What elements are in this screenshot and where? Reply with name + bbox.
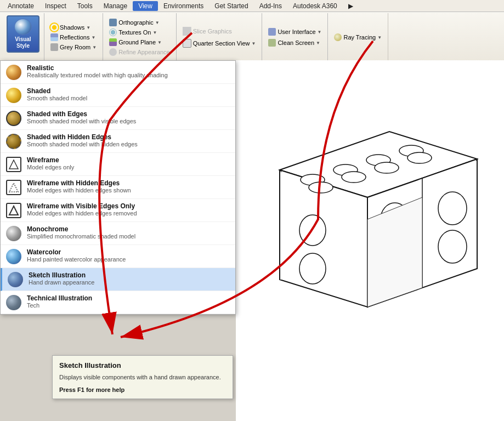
ground-plane-row[interactable]: Ground Plane ▼ bbox=[107, 38, 172, 47]
shaded-desc: Smooth shaded model bbox=[27, 95, 230, 101]
shadows-row[interactable]: Shadows ▼ bbox=[49, 23, 98, 32]
svg-marker-3 bbox=[9, 206, 18, 215]
realistic-icon bbox=[6, 65, 21, 80]
svg-point-22 bbox=[299, 253, 326, 284]
svg-line-25 bbox=[476, 160, 477, 161]
ray-tracing-icon bbox=[334, 33, 342, 41]
wireframe-visible-icon bbox=[6, 203, 21, 218]
quarter-section-dropdown-arrow: ▼ bbox=[252, 41, 256, 46]
slice-graphics-label: Slice Graphics bbox=[193, 28, 232, 35]
shaded-title: Shaded bbox=[27, 87, 230, 95]
sketch-icon bbox=[8, 272, 23, 287]
3d-model-svg bbox=[236, 60, 504, 421]
shadows-icon bbox=[50, 24, 58, 31]
reflections-dropdown-arrow: ▼ bbox=[91, 35, 95, 40]
dropdown-item-sketch[interactable]: Sketch Illustration Hand drawn appearanc… bbox=[1, 268, 235, 291]
user-interface-label: User Interface bbox=[278, 29, 315, 35]
dropdown-item-wireframe[interactable]: Wireframe Model edges only bbox=[1, 153, 235, 176]
slice-graphics-icon bbox=[183, 27, 191, 36]
watercolor-desc: Hand painted watercolor appearance bbox=[27, 256, 230, 263]
monochrome-icon bbox=[6, 226, 21, 241]
visual-style-button[interactable]: Visual Style bbox=[7, 15, 39, 53]
realistic-text: Realistic Realistically textured model w… bbox=[27, 64, 230, 78]
tooltip-description: Displays visible components with a hand … bbox=[59, 373, 226, 382]
svg-point-16 bbox=[407, 152, 432, 163]
technical-icon bbox=[6, 295, 21, 310]
tooltip: Sketch Illustration Displays visible com… bbox=[52, 355, 233, 399]
svg-point-21 bbox=[299, 215, 326, 246]
dropdown-item-wireframe-visible[interactable]: Wireframe with Visible Edges Only Model … bbox=[1, 199, 235, 222]
ortho-dropdown-arrow: ▼ bbox=[155, 20, 160, 25]
visual-style-dropdown: Realistic Realistically textured model w… bbox=[0, 60, 236, 315]
dropdown-item-wireframe-hidden[interactable]: Wireframe with Hidden Edges Model edges … bbox=[1, 176, 235, 199]
quarter-section-icon bbox=[183, 39, 191, 48]
monochrome-title: Monochrome bbox=[27, 225, 230, 233]
shaded-hidden-text: Shaded with Hidden Edges Smooth shaded m… bbox=[27, 133, 230, 147]
shaded-edges-text: Shaded with Edges Smooth shaded model wi… bbox=[27, 110, 230, 124]
user-interface-dropdown-arrow: ▼ bbox=[318, 30, 322, 35]
dropdown-item-shaded-edges[interactable]: Shaded with Edges Smooth shaded model wi… bbox=[1, 107, 235, 130]
user-interface-row[interactable]: User Interface ▼ bbox=[267, 27, 323, 36]
shaded-text: Shaded Smooth shaded model bbox=[27, 87, 230, 101]
grey-room-icon bbox=[50, 43, 58, 51]
menu-view[interactable]: View bbox=[133, 1, 158, 11]
realistic-title: Realistic bbox=[27, 64, 230, 72]
menu-a360[interactable]: Autodesk A360 bbox=[287, 1, 343, 11]
shaded-hidden-icon bbox=[6, 134, 21, 149]
menu-environments[interactable]: Environments bbox=[158, 1, 209, 11]
model-viewport[interactable] bbox=[236, 60, 504, 421]
visual-style-sphere-icon bbox=[14, 19, 32, 35]
textures-row[interactable]: Textures On ▼ bbox=[107, 28, 172, 37]
shaded-icon bbox=[6, 88, 21, 103]
menu-tools[interactable]: Tools bbox=[72, 1, 98, 11]
menu-annotate[interactable]: Annotate bbox=[2, 1, 39, 11]
ground-plane-label: Ground Plane bbox=[118, 39, 156, 45]
reflections-row[interactable]: Reflections ▼ bbox=[49, 33, 98, 42]
refine-appearance-row: Refine Appearance bbox=[107, 48, 172, 56]
clean-screen-dropdown-arrow: ▼ bbox=[316, 41, 320, 45]
menu-add-ins[interactable]: Add-Ins bbox=[254, 1, 287, 11]
user-interface-icon bbox=[268, 28, 276, 36]
appearance-group: Shadows ▼ Reflections ▼ Grey Room ▼ bbox=[44, 13, 103, 61]
clean-screen-row[interactable]: Clean Screen ▼ bbox=[267, 38, 323, 47]
visual-style-label: Visual Style bbox=[10, 36, 36, 49]
ui-group: User Interface ▼ Clean Screen ▼ bbox=[262, 13, 328, 61]
svg-point-13 bbox=[309, 182, 333, 193]
grey-room-row[interactable]: Grey Room ▼ bbox=[49, 43, 98, 52]
wireframe-icon bbox=[6, 157, 21, 172]
realistic-desc: Realistically textured model with high q… bbox=[27, 72, 230, 78]
dropdown-item-technical[interactable]: Technical Illustration Tech bbox=[1, 291, 235, 314]
tooltip-title: Sketch Illustration bbox=[59, 361, 226, 369]
grey-room-dropdown-arrow: ▼ bbox=[92, 45, 97, 50]
ray-trace-group: Ray Tracing ▼ bbox=[328, 13, 388, 61]
ground-plane-icon bbox=[109, 38, 117, 46]
wireframe-title: Wireframe bbox=[27, 156, 230, 164]
ray-tracing-row[interactable]: Ray Tracing ▼ bbox=[332, 33, 383, 42]
ground-plane-dropdown-arrow: ▼ bbox=[157, 40, 162, 45]
menu-inspect[interactable]: Inspect bbox=[39, 1, 72, 11]
tooltip-help: Press F1 for more help bbox=[59, 386, 226, 393]
wireframe-visible-text: Wireframe with Visible Edges Only Model … bbox=[27, 202, 230, 217]
textures-icon bbox=[109, 29, 117, 36]
menu-get-started[interactable]: Get Started bbox=[209, 1, 253, 11]
dropdown-item-monochrome[interactable]: Monochrome Simplified monochromatic shad… bbox=[1, 222, 235, 245]
menu-manage[interactable]: Manage bbox=[98, 1, 133, 11]
ribbon: Visual Style Shadows ▼ Reflections ▼ Gre… bbox=[0, 12, 504, 62]
dropdown-item-watercolor[interactable]: Watercolor Hand painted watercolor appea… bbox=[1, 245, 235, 268]
ortho-row[interactable]: Orthographic ▼ bbox=[107, 18, 172, 27]
dropdown-item-realistic[interactable]: Realistic Realistically textured model w… bbox=[1, 61, 235, 84]
wireframe-desc: Model edges only bbox=[27, 164, 230, 170]
display-group: Orthographic ▼ Textures On ▼ Ground Plan… bbox=[103, 13, 177, 61]
shaded-edges-icon bbox=[6, 111, 21, 126]
dropdown-item-shaded[interactable]: Shaded Smooth shaded model bbox=[1, 84, 235, 107]
wireframe-visible-title: Wireframe with Visible Edges Only bbox=[27, 202, 230, 210]
svg-point-17 bbox=[438, 192, 467, 225]
watercolor-icon bbox=[6, 249, 21, 264]
menu-more[interactable]: ▶ bbox=[343, 1, 359, 11]
sketch-desc: Hand drawn appearance bbox=[29, 279, 230, 286]
quarter-section-row[interactable]: Quarter Section View ▼ bbox=[181, 38, 258, 48]
wireframe-hidden-icon bbox=[6, 180, 21, 195]
wireframe-visible-desc: Model edges with hidden edges removed bbox=[27, 210, 230, 217]
sketch-text: Sketch Illustration Hand drawn appearanc… bbox=[29, 271, 230, 286]
dropdown-item-shaded-hidden[interactable]: Shaded with Hidden Edges Smooth shaded m… bbox=[1, 130, 235, 153]
